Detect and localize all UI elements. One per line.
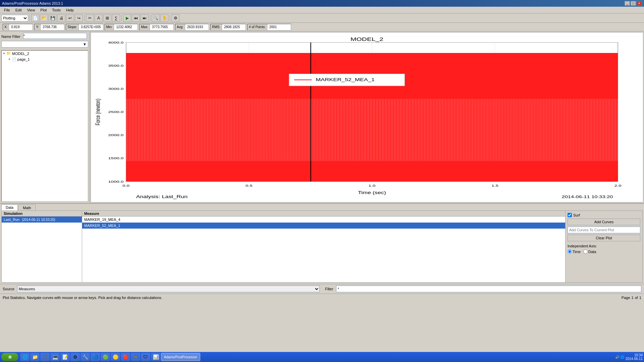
taskbar-right: 🔊 🌐 10:34 2014-06-11 xyxy=(615,353,643,361)
menu-view[interactable]: View xyxy=(24,7,38,13)
stat-min: Min: 1232.4082 xyxy=(105,24,138,31)
taskbar-ie[interactable]: 🌐 xyxy=(20,353,30,361)
layout-btn[interactable]: ⊞ xyxy=(103,14,111,22)
rms-value: 2808.1825 xyxy=(222,24,246,30)
save-btn[interactable]: 💾 xyxy=(49,14,57,22)
taskbar-blue[interactable]: 🔵 xyxy=(91,353,100,361)
tree-item-page1[interactable]: + 📄 page_1 xyxy=(2,56,88,62)
svg-text:4000.0: 4000.0 xyxy=(108,41,124,44)
name-filter-dropdown[interactable]: ▼ xyxy=(1,41,88,48)
svg-text:Force (newton): Force (newton) xyxy=(94,99,101,125)
independent-axis-section: Independent Axis: Time Data xyxy=(568,244,640,254)
svg-text:3000.0: 3000.0 xyxy=(108,87,124,90)
measure-item-marker19[interactable]: MARKER_19_MEA_4 xyxy=(82,217,565,223)
print-btn[interactable]: 🖨 xyxy=(57,14,65,22)
axis-radio-group: Time Data xyxy=(568,249,640,254)
menu-file[interactable]: File xyxy=(1,7,13,13)
stat-points: # of Points: 2001 xyxy=(247,24,291,31)
taskbar-tools[interactable]: 🔧 xyxy=(80,353,90,361)
points-label: # of Points: xyxy=(248,24,267,30)
taskbar-notepad[interactable]: 📝 xyxy=(60,353,70,361)
new-btn[interactable]: 📄 xyxy=(31,14,39,22)
redo-btn[interactable]: ↪ xyxy=(75,14,83,22)
svg-text:1.5: 1.5 xyxy=(491,184,498,187)
titlebar: Adams/PostProcessor Adams 2013.1 _ □ ✕ xyxy=(0,0,644,7)
dropdown-arrow-icon: ▼ xyxy=(83,42,87,46)
menu-plot[interactable]: Plot xyxy=(38,7,49,13)
stat-slope: Slope: 3.8257E+005 xyxy=(66,24,103,31)
source-select[interactable]: Measures xyxy=(17,286,320,292)
rms-label: RMS: xyxy=(211,24,222,30)
taskbar-explorer[interactable]: 📁 xyxy=(30,353,40,361)
bottom-right-panel: Surf Add Curves Clear Plot Independent A… xyxy=(565,211,642,282)
taskbar-chart[interactable]: 📊 xyxy=(151,353,160,361)
tab-math[interactable]: Math xyxy=(18,204,35,210)
measure-item-label-1: MARKER_19_MEA_4 xyxy=(84,218,120,222)
svg-text:MARKER_52_MEA_1: MARKER_52_MEA_1 xyxy=(316,77,375,82)
plotting-select[interactable]: Plotting xyxy=(1,15,28,21)
time-radio[interactable] xyxy=(568,249,572,254)
add-curves-button[interactable]: Add Curves xyxy=(568,219,640,225)
surf-label: Surf xyxy=(573,213,580,217)
taskbar-settings[interactable]: ⚙ xyxy=(70,353,80,361)
taskbar-active-app[interactable]: Adams/PostProcessor xyxy=(161,353,200,361)
stat-x: X: 0.819 xyxy=(3,24,33,31)
statsbar: X: 0.819 Y: 3768.736 Slope: 3.8257E+005 … xyxy=(0,23,644,32)
surf-checkbox[interactable] xyxy=(568,213,572,217)
start-icon: ⊞ xyxy=(8,355,11,359)
name-filter-input[interactable] xyxy=(23,33,87,39)
svg-text:2000.0: 2000.0 xyxy=(108,133,124,137)
menu-help[interactable]: Help xyxy=(63,7,76,13)
maximize-button[interactable]: □ xyxy=(631,1,636,6)
play-btn[interactable]: ▶ xyxy=(123,14,131,22)
rewind-btn[interactable]: ⏮ xyxy=(132,14,140,22)
chart-area[interactable]: MODEL_2 1000.0 1500.0 2000.0 2500.0 3000… xyxy=(91,32,643,202)
taskbar: ⊞ 🌐 📁 🎵 💻 📝 ⚙ 🔧 🔵 🟢 🟡 🔴 🎮 🛡 📊 Adams/Post… xyxy=(0,352,644,362)
taskbar-shield[interactable]: 🛡 xyxy=(141,353,150,361)
settings-btn[interactable]: ⚙ xyxy=(171,14,179,22)
start-button[interactable]: ⊞ xyxy=(1,353,18,361)
clear-plot-button[interactable]: Clear Plot xyxy=(568,235,640,241)
measure-section: Measure MARKER_19_MEA_4 MARKER_52_MEA_1 xyxy=(82,211,565,282)
undo-btn[interactable]: ↩ xyxy=(66,14,74,22)
taskbar-game[interactable]: 🎮 xyxy=(131,353,140,361)
ff-btn[interactable]: ⏭ xyxy=(141,14,149,22)
taskbar-computer[interactable]: 💻 xyxy=(50,353,60,361)
menu-tools[interactable]: Tools xyxy=(49,7,63,13)
zoom-btn[interactable]: 🔍 xyxy=(152,14,160,22)
filter-input[interactable] xyxy=(336,286,641,292)
toolbar-separator-2 xyxy=(84,15,85,21)
page-of: of xyxy=(635,296,638,300)
menubar: File Edit View Plot Tools Help xyxy=(0,7,644,13)
cursor-btn[interactable]: ✂ xyxy=(86,14,94,22)
svg-text:0.0: 0.0 xyxy=(122,184,129,187)
simulation-section: Simulation Last_Run (2014-06-11 10:33:20… xyxy=(2,211,82,282)
max-label: Max: xyxy=(140,24,150,30)
page-current: 1 xyxy=(632,296,634,300)
close-button[interactable]: ✕ xyxy=(637,1,642,6)
tree-item-model2[interactable]: + 📁 MODEL_2 xyxy=(2,51,88,56)
measure-item-marker52[interactable]: MARKER_52_MEA_1 xyxy=(82,223,565,229)
toolbar-separator-3 xyxy=(121,15,122,21)
source-filter-bar: Source Measures Filter xyxy=(0,284,644,294)
tree-folder-icon: 📁 xyxy=(6,51,11,56)
data-radio-item: Data xyxy=(583,249,596,254)
tab-data[interactable]: Data xyxy=(1,204,18,210)
source-label: Source xyxy=(3,287,14,291)
tree-expand-icon-page1: + xyxy=(8,57,10,61)
taskbar-yellow[interactable]: 🟡 xyxy=(111,353,120,361)
menu-edit[interactable]: Edit xyxy=(13,7,24,13)
minimize-button[interactable]: _ xyxy=(625,1,630,6)
taskbar-media[interactable]: 🎵 xyxy=(40,353,50,361)
bottom-tabs: Data Math xyxy=(0,204,644,210)
taskbar-green[interactable]: 🟢 xyxy=(101,353,110,361)
taskbar-red[interactable]: 🔴 xyxy=(121,353,130,361)
text-btn[interactable]: A xyxy=(95,14,103,22)
open-btn[interactable]: 📂 xyxy=(40,14,48,22)
sim-item-lastrun[interactable]: Last_Run (2014-06-11 10:33:20) xyxy=(2,217,82,223)
data-radio[interactable] xyxy=(583,249,588,254)
add-curves-to-plot-input[interactable] xyxy=(568,227,640,233)
max-value: 3773.7565 xyxy=(150,24,173,30)
pan-btn[interactable]: ✋ xyxy=(160,14,168,22)
math-btn[interactable]: ∑ xyxy=(112,14,120,22)
